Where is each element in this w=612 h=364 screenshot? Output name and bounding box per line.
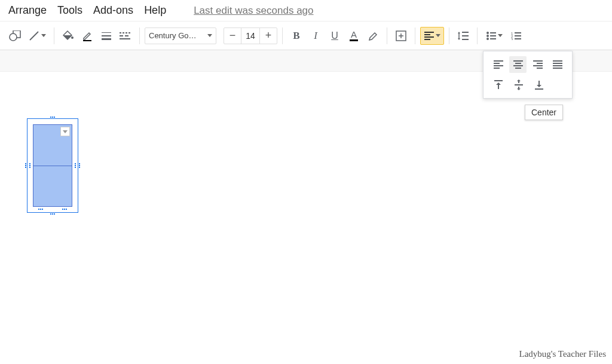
shape-tool-button[interactable] [6,27,24,45]
line-tool-button[interactable] [25,27,49,45]
font-size-stepper: − + [224,27,277,44]
text-color-button[interactable]: A [345,27,363,45]
svg-rect-4 [83,40,91,41]
shape-rectangle[interactable] [33,124,72,207]
svg-line-2 [30,32,38,40]
svg-rect-58 [518,81,519,83]
align-right-button[interactable] [529,56,546,73]
menu-help[interactable]: Help [144,4,166,17]
svg-rect-41 [494,63,500,64]
font-size-input[interactable] [241,28,260,44]
menu-tools[interactable]: Tools [57,4,82,17]
svg-rect-35 [515,32,521,33]
svg-text:3: 3 [511,38,513,40]
svg-rect-21 [424,34,430,35]
svg-rect-26 [462,35,469,36]
shape-divider [33,166,72,166]
svg-rect-56 [494,80,503,81]
svg-rect-12 [120,35,123,36]
svg-rect-40 [494,60,503,62]
svg-rect-59 [515,84,523,85]
svg-rect-37 [515,35,521,36]
chevron-down-icon [207,34,212,37]
svg-rect-13 [125,35,128,36]
svg-rect-10 [126,32,127,33]
svg-rect-50 [533,65,543,66]
shape-options-button[interactable] [60,127,70,136]
svg-rect-62 [535,88,543,90]
svg-rect-43 [494,68,500,69]
svg-rect-54 [553,65,562,66]
chevron-down-icon [436,34,440,37]
svg-rect-55 [553,68,562,69]
line-spacing-button[interactable] [454,27,472,45]
svg-rect-29 [490,32,496,33]
align-justify-button[interactable] [549,56,566,73]
font-size-decrease[interactable]: − [224,28,241,44]
chevron-down-icon [498,34,503,37]
svg-point-30 [486,35,489,37]
svg-rect-7 [102,38,111,40]
svg-rect-8 [120,32,121,33]
fill-color-button[interactable] [59,27,77,45]
svg-text:A: A [351,30,357,39]
svg-rect-23 [424,39,430,40]
svg-rect-6 [102,35,111,36]
border-color-button[interactable] [78,27,96,45]
align-bottom-button[interactable] [530,77,548,93]
watermark: Ladybug's Teacher Files [519,349,606,359]
last-edit-link[interactable]: Last edit was seconds ago [194,5,313,17]
bold-button[interactable]: B [287,27,305,45]
align-center-button[interactable] [509,56,527,73]
svg-rect-33 [490,38,496,39]
svg-rect-57 [498,84,499,89]
italic-button[interactable]: I [307,27,325,45]
menu-addons[interactable]: Add-ons [93,4,133,17]
svg-rect-42 [494,65,503,66]
svg-rect-45 [515,63,521,64]
border-dash-button[interactable] [117,27,134,45]
svg-point-3 [71,36,74,39]
svg-rect-5 [102,32,111,33]
svg-rect-46 [513,65,523,66]
highlight-button[interactable] [364,27,382,45]
chevron-down-icon [41,34,46,37]
selected-shape[interactable] [27,118,78,213]
menubar: Arrange Tools Add-ons Help Last edit was… [0,0,612,22]
chevron-down-icon [63,130,68,133]
font-size-increase[interactable]: + [260,28,277,44]
align-middle-button[interactable] [510,77,528,93]
svg-rect-44 [513,60,523,62]
svg-rect-11 [128,32,130,33]
underline-button[interactable]: U [326,27,344,45]
toolbar: Century Go… − + B I U A 123 [0,22,612,50]
svg-rect-47 [515,68,521,69]
svg-rect-22 [424,36,434,38]
insert-comment-button[interactable] [392,27,410,45]
font-name-label: Century Go… [149,31,196,40]
svg-rect-16 [350,39,358,41]
svg-rect-39 [515,38,521,39]
svg-rect-31 [490,35,496,36]
numbered-list-button[interactable]: 123 [507,27,525,45]
svg-rect-20 [424,32,434,33]
align-left-button[interactable] [489,56,507,73]
svg-rect-48 [533,60,543,62]
svg-rect-25 [462,32,469,33]
svg-rect-27 [462,39,469,40]
tooltip-center: Center [525,105,563,120]
svg-rect-49 [537,63,543,64]
menu-arrange[interactable]: Arrange [8,4,47,17]
font-picker[interactable]: Century Go… [145,27,216,44]
svg-rect-53 [553,63,562,64]
align-top-button[interactable] [489,77,507,93]
border-weight-button[interactable] [97,27,115,45]
align-button[interactable] [420,27,444,45]
svg-rect-14 [120,38,130,39]
svg-point-1 [10,33,17,41]
bulleted-list-button[interactable] [482,27,506,45]
svg-rect-52 [553,60,562,62]
align-popup [483,51,573,99]
svg-point-28 [486,32,489,34]
svg-point-32 [486,38,489,40]
